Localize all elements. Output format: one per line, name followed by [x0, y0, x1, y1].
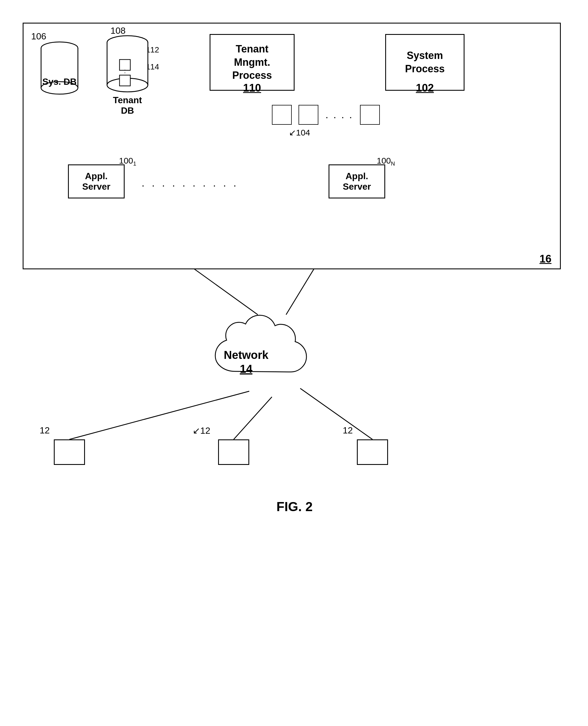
appl-server-1-box: Appl.Server	[68, 164, 125, 198]
svg-line-7	[300, 388, 373, 439]
tenant-db-label: TenantDB	[105, 95, 150, 116]
client-square-2	[298, 105, 318, 125]
client-square-3	[360, 105, 380, 125]
system-process-box: SystemProcess 102	[385, 34, 464, 91]
appl-server-1-label: Appl.Server	[82, 171, 110, 192]
tenant-mngmt-ref: 110	[243, 82, 261, 94]
svg-rect-23	[120, 75, 130, 86]
tenant-mngmt-box: TenantMngmt.Process 110	[210, 34, 295, 91]
svg-line-6	[234, 397, 272, 439]
top-dots: . . . .	[326, 109, 353, 121]
middle-dots: . . . . . . . . . .	[142, 177, 238, 189]
system-process-ref: 102	[416, 82, 434, 94]
appl-server-n-box: Appl.Server	[329, 164, 385, 198]
ref-100-n: 100N	[377, 156, 395, 167]
client-ref-2: ↙12	[193, 425, 210, 436]
network-cloud	[201, 309, 343, 394]
svg-line-5	[69, 391, 249, 439]
appl-server-n-label: Appl.Server	[343, 171, 371, 192]
sys-db-cylinder	[40, 40, 79, 96]
sys-db-label: Sys. DB	[40, 77, 79, 87]
client-device-3	[357, 439, 388, 465]
ref-104: ↙104	[289, 127, 310, 138]
system-process-label: SystemProcess	[405, 49, 445, 76]
client-ref-3: 12	[343, 425, 353, 436]
client-device-1	[54, 439, 85, 465]
diagram-container: 16 106 Sys. DB 108 112 114	[17, 17, 572, 709]
tenant-mngmt-label: TenantMngmt.Process	[232, 42, 272, 82]
client-squares-top-area: . . . .	[272, 105, 385, 125]
client-device-2	[218, 439, 249, 465]
network-label: Network 14	[224, 349, 269, 375]
client-ref-1: 12	[40, 425, 50, 436]
svg-text::: :	[124, 67, 126, 75]
ref-16-label: 16	[540, 253, 551, 265]
tenant-db-cylinder: :	[105, 34, 150, 94]
client-square-1	[272, 105, 292, 125]
figure-label: FIG. 2	[17, 499, 572, 514]
